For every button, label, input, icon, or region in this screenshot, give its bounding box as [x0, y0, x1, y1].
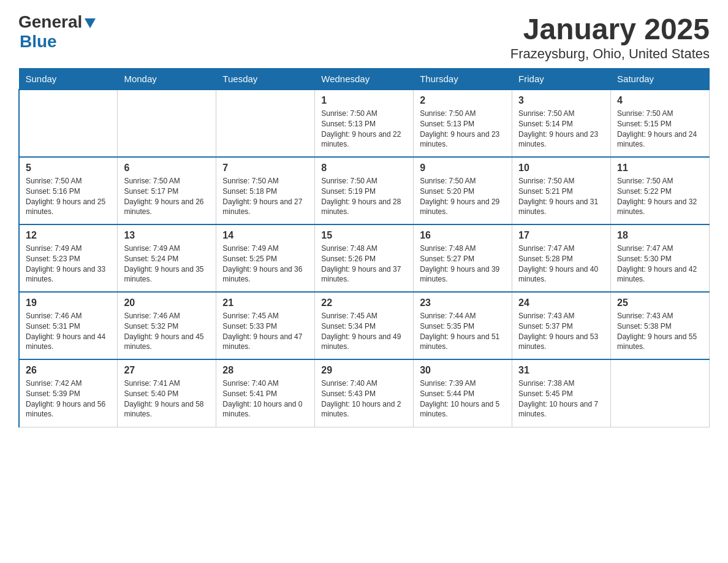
day-info: Sunrise: 7:50 AMSunset: 5:22 PMDaylight:… — [617, 176, 703, 217]
day-info: Sunrise: 7:50 AMSunset: 5:20 PMDaylight:… — [420, 176, 506, 217]
calendar-cell: 25Sunrise: 7:43 AMSunset: 5:38 PMDayligh… — [611, 292, 710, 359]
calendar-cell: 31Sunrise: 7:38 AMSunset: 5:45 PMDayligh… — [512, 359, 611, 427]
day-number: 24 — [518, 297, 604, 308]
page-subtitle: Frazeysburg, Ohio, United States — [510, 46, 710, 62]
day-info: Sunrise: 7:47 AMSunset: 5:30 PMDaylight:… — [617, 243, 703, 285]
day-number: 22 — [321, 297, 407, 308]
calendar-cell — [216, 90, 315, 157]
calendar-cell: 7Sunrise: 7:50 AMSunset: 5:18 PMDaylight… — [216, 157, 315, 224]
day-number: 8 — [321, 163, 407, 174]
day-info: Sunrise: 7:50 AMSunset: 5:14 PMDaylight:… — [518, 109, 604, 150]
calendar-cell: 17Sunrise: 7:47 AMSunset: 5:28 PMDayligh… — [512, 224, 611, 292]
day-number: 27 — [124, 365, 210, 376]
day-info: Sunrise: 7:40 AMSunset: 5:43 PMDaylight:… — [321, 378, 407, 419]
calendar-cell: 22Sunrise: 7:45 AMSunset: 5:34 PMDayligh… — [315, 292, 414, 359]
calendar-cell: 27Sunrise: 7:41 AMSunset: 5:40 PMDayligh… — [118, 359, 216, 427]
calendar-cell: 23Sunrise: 7:44 AMSunset: 5:35 PMDayligh… — [414, 292, 512, 359]
day-number: 9 — [420, 163, 506, 174]
day-number: 6 — [124, 163, 210, 174]
calendar-cell: 19Sunrise: 7:46 AMSunset: 5:31 PMDayligh… — [19, 292, 118, 359]
day-number: 31 — [518, 365, 604, 376]
calendar-cell: 1Sunrise: 7:50 AMSunset: 5:13 PMDaylight… — [315, 90, 414, 157]
day-number: 4 — [617, 95, 703, 106]
day-info: Sunrise: 7:49 AMSunset: 5:24 PMDaylight:… — [124, 243, 210, 285]
day-number: 16 — [420, 230, 506, 241]
calendar-cell: 2Sunrise: 7:50 AMSunset: 5:13 PMDaylight… — [414, 90, 512, 157]
day-number: 13 — [124, 230, 210, 241]
day-info: Sunrise: 7:38 AMSunset: 5:45 PMDaylight:… — [518, 378, 604, 419]
calendar-week-row: 1Sunrise: 7:50 AMSunset: 5:13 PMDaylight… — [19, 90, 710, 157]
day-info: Sunrise: 7:50 AMSunset: 5:21 PMDaylight:… — [518, 176, 604, 217]
day-number: 26 — [26, 365, 111, 376]
calendar-cell: 3Sunrise: 7:50 AMSunset: 5:14 PMDaylight… — [512, 90, 611, 157]
calendar-cell: 29Sunrise: 7:40 AMSunset: 5:43 PMDayligh… — [315, 359, 414, 427]
calendar-header-saturday: Saturday — [611, 69, 710, 90]
day-number: 30 — [420, 365, 506, 376]
day-number: 21 — [222, 297, 308, 308]
calendar-cell — [19, 90, 118, 157]
calendar-cell: 5Sunrise: 7:50 AMSunset: 5:16 PMDaylight… — [19, 157, 118, 224]
calendar-header-row: SundayMondayTuesdayWednesdayThursdayFrid… — [19, 69, 710, 90]
calendar-header-friday: Friday — [512, 69, 611, 90]
day-info: Sunrise: 7:49 AMSunset: 5:25 PMDaylight:… — [222, 243, 308, 285]
svg-marker-0 — [85, 18, 96, 28]
day-number: 15 — [321, 230, 407, 241]
calendar-week-row: 19Sunrise: 7:46 AMSunset: 5:31 PMDayligh… — [19, 292, 710, 359]
calendar-cell — [118, 90, 216, 157]
day-info: Sunrise: 7:50 AMSunset: 5:17 PMDaylight:… — [124, 176, 210, 217]
calendar-cell: 16Sunrise: 7:48 AMSunset: 5:27 PMDayligh… — [414, 224, 512, 292]
day-number: 11 — [617, 163, 703, 174]
day-info: Sunrise: 7:50 AMSunset: 5:19 PMDaylight:… — [321, 176, 407, 217]
day-number: 3 — [518, 95, 604, 106]
logo-general-text: General — [18, 12, 82, 32]
calendar-week-row: 12Sunrise: 7:49 AMSunset: 5:23 PMDayligh… — [19, 224, 710, 292]
day-info: Sunrise: 7:41 AMSunset: 5:40 PMDaylight:… — [124, 378, 210, 419]
calendar-week-row: 5Sunrise: 7:50 AMSunset: 5:16 PMDaylight… — [19, 157, 710, 224]
title-block: January 2025 Frazeysburg, Ohio, United S… — [510, 12, 710, 62]
day-info: Sunrise: 7:50 AMSunset: 5:15 PMDaylight:… — [617, 109, 703, 150]
calendar-cell: 8Sunrise: 7:50 AMSunset: 5:19 PMDaylight… — [315, 157, 414, 224]
day-number: 12 — [26, 230, 111, 241]
page-header: General Blue January 2025 Frazeysburg, O… — [18, 12, 710, 62]
calendar-cell: 24Sunrise: 7:43 AMSunset: 5:37 PMDayligh… — [512, 292, 611, 359]
day-info: Sunrise: 7:45 AMSunset: 5:33 PMDaylight:… — [222, 311, 308, 352]
day-info: Sunrise: 7:43 AMSunset: 5:37 PMDaylight:… — [518, 311, 604, 352]
calendar-cell: 30Sunrise: 7:39 AMSunset: 5:44 PMDayligh… — [414, 359, 512, 427]
day-info: Sunrise: 7:46 AMSunset: 5:32 PMDaylight:… — [124, 311, 210, 352]
calendar-cell: 14Sunrise: 7:49 AMSunset: 5:25 PMDayligh… — [216, 224, 315, 292]
logo-blue-text: Blue — [20, 32, 57, 52]
day-info: Sunrise: 7:48 AMSunset: 5:27 PMDaylight:… — [420, 243, 506, 285]
calendar-header-wednesday: Wednesday — [315, 69, 414, 90]
day-info: Sunrise: 7:43 AMSunset: 5:38 PMDaylight:… — [617, 311, 703, 352]
day-number: 17 — [518, 230, 604, 241]
day-info: Sunrise: 7:39 AMSunset: 5:44 PMDaylight:… — [420, 378, 506, 419]
day-number: 2 — [420, 95, 506, 106]
day-number: 23 — [420, 297, 506, 308]
logo: General Blue — [18, 12, 97, 52]
calendar-cell: 12Sunrise: 7:49 AMSunset: 5:23 PMDayligh… — [19, 224, 118, 292]
calendar-cell: 21Sunrise: 7:45 AMSunset: 5:33 PMDayligh… — [216, 292, 315, 359]
calendar-cell: 20Sunrise: 7:46 AMSunset: 5:32 PMDayligh… — [118, 292, 216, 359]
day-number: 28 — [222, 365, 308, 376]
day-number: 1 — [321, 95, 407, 106]
calendar-cell: 26Sunrise: 7:42 AMSunset: 5:39 PMDayligh… — [19, 359, 118, 427]
calendar-header-monday: Monday — [118, 69, 216, 90]
day-info: Sunrise: 7:42 AMSunset: 5:39 PMDaylight:… — [26, 378, 111, 419]
calendar-table: SundayMondayTuesdayWednesdayThursdayFrid… — [18, 68, 710, 427]
day-number: 29 — [321, 365, 407, 376]
day-info: Sunrise: 7:50 AMSunset: 5:13 PMDaylight:… — [321, 109, 407, 150]
day-number: 20 — [124, 297, 210, 308]
calendar-cell: 9Sunrise: 7:50 AMSunset: 5:20 PMDaylight… — [414, 157, 512, 224]
day-info: Sunrise: 7:50 AMSunset: 5:16 PMDaylight:… — [26, 176, 111, 217]
day-info: Sunrise: 7:49 AMSunset: 5:23 PMDaylight:… — [26, 243, 111, 285]
day-info: Sunrise: 7:44 AMSunset: 5:35 PMDaylight:… — [420, 311, 506, 352]
calendar-cell: 13Sunrise: 7:49 AMSunset: 5:24 PMDayligh… — [118, 224, 216, 292]
page-title: January 2025 — [510, 12, 710, 46]
day-number: 25 — [617, 297, 703, 308]
calendar-header-thursday: Thursday — [414, 69, 512, 90]
day-info: Sunrise: 7:50 AMSunset: 5:18 PMDaylight:… — [222, 176, 308, 217]
calendar-week-row: 26Sunrise: 7:42 AMSunset: 5:39 PMDayligh… — [19, 359, 710, 427]
calendar-cell: 28Sunrise: 7:40 AMSunset: 5:41 PMDayligh… — [216, 359, 315, 427]
day-info: Sunrise: 7:47 AMSunset: 5:28 PMDaylight:… — [518, 243, 604, 285]
calendar-cell: 11Sunrise: 7:50 AMSunset: 5:22 PMDayligh… — [611, 157, 710, 224]
